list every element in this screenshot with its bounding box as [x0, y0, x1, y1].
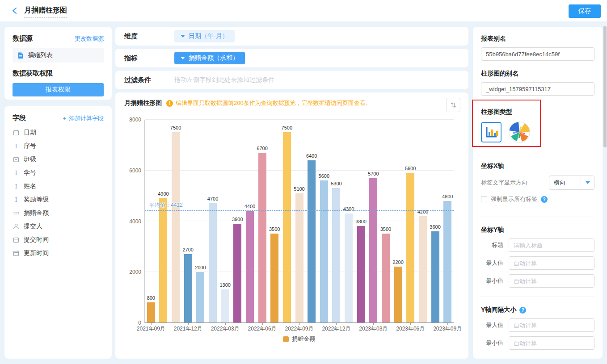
field-label: 奖励等级	[24, 196, 49, 204]
y-interval-min-input[interactable]	[509, 336, 594, 350]
person-icon	[13, 223, 20, 230]
bar	[308, 160, 316, 322]
label-direction-value: 横向	[549, 179, 581, 187]
text-icon: I	[13, 196, 20, 203]
y-interval-max-input[interactable]	[509, 318, 594, 332]
bar-chart-type-button[interactable]	[481, 122, 502, 142]
chart-plot: 8004900750027002000470013003900440067003…	[144, 120, 454, 323]
chart-card: 月捐赠柱形图 ! 编辑界面只取数据源前200条作为查询数据预览，完整数据请访问页…	[115, 92, 468, 359]
field-label: 提交人	[24, 222, 42, 230]
field-label: 班级	[24, 155, 36, 163]
help-icon[interactable]: ?	[519, 307, 526, 314]
text-icon: I	[13, 169, 20, 176]
add-calc-field-link[interactable]: ＋ 添加计算字段	[61, 114, 104, 122]
select-icon	[13, 156, 20, 163]
datasource-item[interactable]: 捐赠列表	[13, 48, 104, 63]
bar	[357, 226, 365, 322]
bar-value-label: 3500	[269, 226, 280, 232]
scrollbar-thumb[interactable]	[603, 26, 607, 147]
field-item[interactable]: I学号	[13, 166, 104, 180]
force-labels-checkbox[interactable]	[481, 196, 487, 202]
y-axis-max-input[interactable]	[509, 256, 594, 270]
field-item[interactable]: 123捐赠金额	[13, 206, 104, 220]
field-item[interactable]: 日期	[13, 126, 104, 139]
select-caret-zone[interactable]	[581, 176, 594, 189]
field-item[interactable]: 更新时间	[13, 247, 104, 260]
field-item[interactable]: I姓名	[13, 180, 104, 193]
label-direction-select[interactable]: 横向	[549, 176, 594, 190]
bar	[147, 302, 155, 322]
dimension-label: 维度	[115, 32, 174, 41]
y-axis-min-input[interactable]	[509, 274, 594, 288]
dimension-tag[interactable]: 日期（年-月）	[174, 30, 235, 42]
datasource-title: 数据源	[13, 34, 33, 43]
document-icon	[17, 52, 24, 59]
x-tick-label: 2022年09月	[285, 325, 313, 333]
bar-value-label: 5100	[294, 186, 304, 192]
sort-button[interactable]	[446, 98, 460, 112]
y-tick-label: 8000	[115, 117, 141, 123]
bar-value-label: 6400	[306, 153, 317, 159]
widget-alias-label: 柱形图的别名	[481, 70, 594, 78]
bar	[221, 289, 229, 322]
y-tick-label: 4000	[115, 218, 141, 225]
change-datasource-link[interactable]: 更改数据源	[75, 35, 104, 43]
bar	[406, 173, 414, 322]
label-direction-label: 标签文字显示方向	[481, 179, 549, 187]
back-chevron-icon	[11, 6, 20, 15]
widget-alias-input[interactable]	[481, 82, 594, 96]
bar	[172, 132, 180, 322]
x-axis-tick	[262, 322, 263, 325]
x-tick-label: 2022年06月	[248, 325, 277, 333]
y-axis-caption-input[interactable]	[509, 238, 594, 252]
filter-drop-placeholder: 拖动左侧字段到此处来添加过滤条件	[174, 76, 274, 84]
bar-value-label: 4200	[417, 209, 428, 214]
field-item[interactable]: 提交人	[13, 220, 104, 233]
field-label: 日期	[24, 129, 36, 137]
y-interval-min-label: 最小值	[481, 339, 503, 347]
settings-card: 报表别名 柱形图的别名 柱形图类型	[473, 27, 603, 359]
calendar-icon	[13, 250, 20, 257]
app: 月捐赠柱形图 保存 数据源 更改数据源 捐赠列表 数据获取权限 报表权限 字段 …	[0, 0, 607, 364]
field-item[interactable]: 班级	[13, 153, 104, 166]
save-button[interactable]: 保存	[569, 4, 601, 18]
svg-text:123: 123	[13, 211, 19, 215]
y-interval-title: Y轴间隔大小	[481, 306, 516, 314]
metric-tag[interactable]: 捐赠金额（求和）	[174, 52, 245, 64]
svg-text:I: I	[15, 170, 17, 176]
x-axis-tick	[225, 322, 226, 325]
bar	[382, 234, 390, 322]
y-axis-title: 坐标Y轴	[481, 226, 594, 234]
x-axis-tick	[447, 322, 448, 325]
field-list: 日期I序号班级I学号I姓名I奖励等级123捐赠金额提交人提交时间更新时间	[13, 126, 104, 260]
legend-label: 捐赠金额	[292, 335, 315, 343]
bar-value-label: 2200	[392, 259, 403, 265]
help-icon[interactable]: ?	[541, 196, 548, 203]
bar	[209, 203, 217, 322]
metric-row: 指标 捐赠金额（求和）	[115, 49, 468, 67]
pie-chart-type-button[interactable]	[509, 121, 530, 143]
field-item[interactable]: 提交时间	[13, 233, 104, 247]
bar-value-label: 5300	[331, 181, 341, 186]
filter-row[interactable]: 过滤条件 拖动左侧字段到此处来添加过滤条件	[115, 71, 468, 89]
text-icon: I	[13, 142, 20, 150]
topbar: 月捐赠柱形图 保存	[0, 0, 607, 21]
report-permission-button[interactable]: 报表权限	[13, 83, 104, 96]
bar-value-label: 4900	[158, 191, 169, 197]
chart-title: 月捐赠柱形图	[124, 99, 162, 107]
gridline	[145, 119, 454, 120]
warning-icon: !	[166, 100, 173, 107]
back-button[interactable]	[11, 6, 20, 15]
field-label: 更新时间	[24, 249, 49, 257]
field-label: 提交时间	[24, 236, 49, 244]
report-alias-input[interactable]	[481, 47, 594, 61]
y-axis-caption-label: 标题	[481, 241, 503, 249]
field-item[interactable]: I奖励等级	[13, 193, 104, 206]
bar	[369, 178, 377, 322]
legend-item[interactable]: 捐赠金额	[283, 335, 315, 343]
field-item[interactable]: I序号	[13, 139, 104, 153]
y-tick-label: 2000	[115, 269, 141, 275]
bar-value-label: 3800	[355, 219, 366, 224]
chart-legend: 捐赠金额	[144, 335, 454, 343]
bar-value-label: 4400	[244, 204, 255, 209]
